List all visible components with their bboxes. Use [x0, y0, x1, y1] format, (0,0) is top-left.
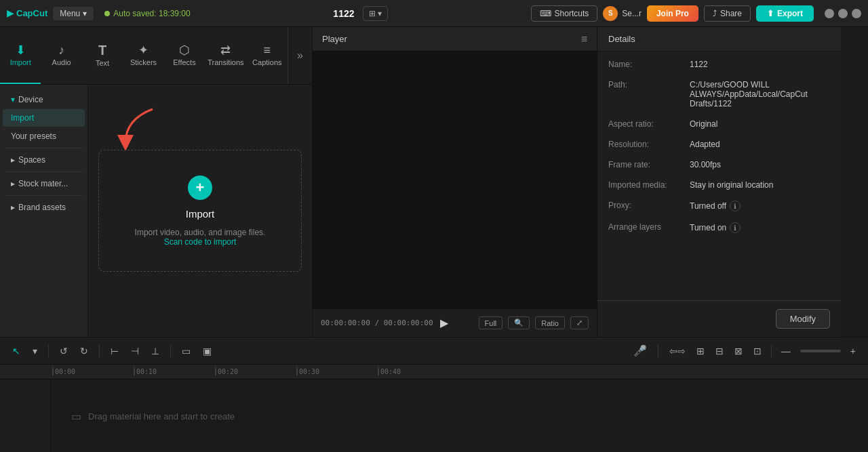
import-box-desc: Import video, audio, and image files. Sc… — [135, 228, 266, 247]
left-content: ▾ Device Import Your presets ▸ Spaces — [0, 85, 312, 337]
tab-captions[interactable]: ≡ Captions — [247, 27, 288, 84]
split-center-button[interactable]: ⊥ — [147, 343, 163, 359]
zoom-in-button[interactable]: + — [846, 344, 860, 358]
detail-aspect-value: Original — [690, 119, 830, 129]
titlebar: ▶ CapCut Menu ▾ Auto saved: 18:39:00 112… — [0, 0, 868, 27]
detail-name: Name: 1122 — [608, 60, 830, 69]
sidebar-item-presets[interactable]: Your presets — [3, 127, 85, 145]
zoom-slider[interactable] — [800, 350, 841, 352]
detail-resolution: Resolution: Adapted — [608, 140, 830, 149]
snap-button-2[interactable]: ⊞ — [692, 344, 709, 358]
tab-stickers[interactable]: ✦ Stickers — [123, 27, 163, 84]
minimize-button[interactable] — [825, 9, 834, 18]
sidebar-item-device[interactable]: ▾ Device — [3, 91, 85, 108]
sidebar-item-stock[interactable]: ▸ Stock mater... — [3, 175, 85, 192]
play-button[interactable]: ▶ — [440, 316, 448, 329]
detail-aspect-label: Aspect ratio: — [608, 119, 683, 129]
more-tabs-button[interactable]: » — [288, 27, 312, 84]
split-right-button[interactable]: ⊣ — [127, 343, 143, 359]
menu-label: Menu — [60, 9, 80, 18]
microphone-button[interactable]: 🎤 — [629, 342, 651, 360]
details-content: Name: 1122 Path: C:/Users/GOOD WILL ALWA… — [597, 52, 841, 300]
select-dropdown-button[interactable]: ▾ — [28, 343, 41, 359]
import-content-area: + Import Import video, audio, and image … — [88, 85, 312, 337]
detail-arrange-layers: Arrange layers Turned on ℹ — [608, 222, 830, 233]
sidebar-item-spaces[interactable]: ▸ Spaces — [3, 151, 85, 169]
import-box-title: Import — [186, 208, 215, 220]
zoom-fit-button[interactable]: 🔍 — [508, 316, 530, 329]
ruler-mark-2: |00:20 — [214, 368, 295, 375]
brand-arrow-icon: ▸ — [11, 203, 15, 212]
scan-code-link[interactable]: Scan code to import — [164, 237, 237, 247]
timeline-content: ▭ Drag material here and start to create — [0, 379, 868, 452]
timeline-track: ▭ Drag material here and start to create — [51, 379, 868, 452]
detail-framerate-value: 30.00fps — [690, 160, 830, 169]
snap-button-4[interactable]: ⊠ — [730, 344, 747, 358]
sidebar-divider-1 — [5, 148, 82, 148]
proxy-info-button[interactable]: ℹ — [730, 201, 741, 211]
sidebar-item-brand-assets[interactable]: ▸ Brand assets — [3, 199, 85, 216]
timeline-ruler: |00:00 |00:10 |00:20 |00:30 |00:40 — [0, 365, 868, 379]
shortcuts-label: Shortcuts — [555, 9, 589, 18]
delete-clip-button[interactable]: ▭ — [178, 343, 195, 359]
join-pro-button[interactable]: Join Pro — [647, 5, 698, 22]
player-panel: Player ≡ 00:00:00:00 / 00:00:00:00 ▶ Ful… — [312, 27, 597, 337]
share-button[interactable]: ⤴ Share — [704, 5, 751, 22]
autosave-dot-icon — [104, 11, 110, 16]
transitions-tab-label: Transitions — [208, 58, 243, 66]
ratio-button[interactable]: Ratio — [535, 316, 565, 329]
tab-text[interactable]: T Text — [82, 27, 123, 84]
toolbar-separator-4 — [658, 344, 658, 358]
fullscreen-button[interactable]: ⤢ — [570, 316, 589, 329]
sidebar-item-import[interactable]: Import — [3, 109, 85, 127]
detail-name-value: 1122 — [690, 60, 830, 69]
detail-resolution-value: Adapted — [690, 140, 830, 149]
left-panel: ⬇ Import ♪ Audio T Text ✦ Stickers — [0, 27, 312, 337]
tab-transitions[interactable]: ⇄ Transitions — [205, 27, 246, 84]
share-label: Share — [720, 9, 742, 18]
import-drop-zone[interactable]: + Import Import video, audio, and image … — [98, 150, 302, 272]
sidebar: ▾ Device Import Your presets ▸ Spaces — [0, 85, 88, 337]
zoom-out-button[interactable]: — — [777, 344, 795, 358]
maximize-button[interactable] — [838, 9, 848, 18]
layout-button[interactable]: ⊞ ▾ — [363, 6, 388, 21]
toolbar-separator-1 — [48, 344, 49, 358]
timeline-controls: ⇦⇨ ⊞ ⊟ ⊠ ⊡ — + — [665, 344, 860, 358]
detail-framerate-label: Frame rate: — [608, 160, 683, 169]
toolbar-separator-5 — [771, 344, 772, 358]
modify-button[interactable]: Modify — [776, 309, 830, 329]
bottom-toolbar: ↖ ▾ ↺ ↻ ⊢ ⊣ ⊥ ▭ ▣ 🎤 ⇦⇨ ⊞ ⊟ ⊠ ⊡ — + — [0, 337, 868, 364]
details-header: Details — [597, 27, 841, 52]
split-left-button[interactable]: ⊢ — [106, 343, 123, 359]
player-menu-button[interactable]: ≡ — [581, 33, 587, 45]
crop-button[interactable]: ▣ — [199, 343, 216, 359]
text-tab-icon: T — [98, 43, 106, 57]
tab-import[interactable]: ⬇ Import — [0, 27, 41, 84]
full-button[interactable]: Full — [479, 316, 503, 329]
tab-effects[interactable]: ⬡ Effects — [164, 27, 205, 84]
undo-button[interactable]: ↺ — [56, 343, 72, 359]
window-controls — [825, 9, 861, 18]
user-avatar: S — [603, 6, 618, 21]
middle-area: ⬇ Import ♪ Audio T Text ✦ Stickers — [0, 27, 868, 337]
import-tab-icon: ⬇ — [16, 44, 26, 56]
menu-button[interactable]: Menu ▾ — [53, 7, 94, 20]
captions-tab-label: Captions — [252, 58, 281, 66]
shortcuts-button[interactable]: ⌨ Shortcuts — [531, 5, 598, 22]
detail-media-label: Imported media: — [608, 180, 683, 190]
timeline: |00:00 |00:10 |00:20 |00:30 |00:40 ▭ Dra… — [0, 364, 868, 452]
arrow-indicator — [105, 106, 166, 153]
app-logo: ▶ CapCut — [7, 8, 47, 18]
close-button[interactable] — [852, 9, 861, 18]
sidebar-item-import-label: Import — [11, 113, 34, 123]
more-icon: » — [297, 49, 303, 62]
player-title: Player — [322, 34, 347, 44]
snap-button-5[interactable]: ⊡ — [749, 344, 766, 358]
snap-button-3[interactable]: ⊟ — [711, 344, 728, 358]
select-tool-button[interactable]: ↖ — [8, 343, 24, 359]
redo-button[interactable]: ↻ — [76, 343, 92, 359]
snap-button-1[interactable]: ⇦⇨ — [665, 344, 690, 358]
export-button[interactable]: ⬆ Export — [756, 5, 814, 22]
layers-info-button[interactable]: ℹ — [730, 222, 741, 233]
tab-audio[interactable]: ♪ Audio — [41, 27, 81, 84]
